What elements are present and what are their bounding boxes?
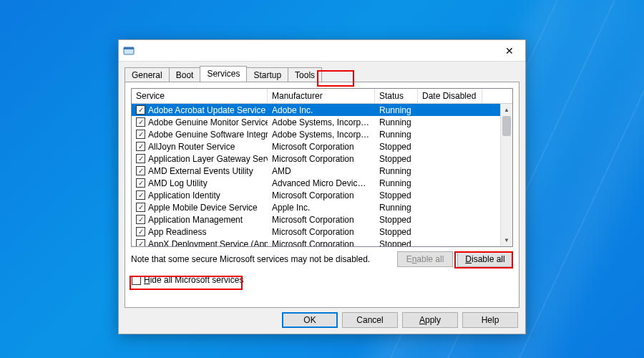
tab-tools[interactable]: Tools	[288, 67, 322, 82]
row-checkbox[interactable]: ✓	[136, 142, 145, 151]
row-checkbox[interactable]: ✓	[136, 227, 145, 236]
row-checkbox[interactable]: ✓	[136, 105, 145, 115]
status: Stopped	[375, 239, 418, 247]
service-name: Adobe Acrobat Update Service	[148, 105, 265, 115]
tab-general[interactable]: General	[125, 67, 170, 82]
status: Stopped	[375, 142, 418, 152]
manufacturer: Adobe Systems, Incorpora...	[268, 130, 375, 140]
app-icon	[123, 45, 135, 57]
tab-services[interactable]: Services	[200, 66, 247, 82]
table-row[interactable]: ✓Application Layer Gateway ServiceMicros…	[132, 153, 512, 165]
row-checkbox[interactable]: ✓	[136, 215, 145, 224]
manufacturer: Advanced Micro Devices, I...	[268, 178, 375, 188]
scrollbar[interactable]: ▲ ▼	[500, 104, 512, 246]
table-row[interactable]: ✓Application IdentityMicrosoft Corporati…	[132, 189, 512, 201]
manufacturer: Microsoft Corporation	[268, 227, 375, 237]
status: Running	[375, 178, 418, 188]
table-row[interactable]: ✓AMD Log UtilityAdvanced Micro Devices, …	[132, 177, 512, 189]
col-date-disabled[interactable]: Date Disabled	[418, 89, 482, 103]
manufacturer: Microsoft Corporation	[268, 142, 375, 152]
note-text: Note that some secure Microsoft services…	[131, 254, 370, 264]
manufacturer: Microsoft Corporation	[268, 154, 375, 164]
row-checkbox[interactable]: ✓	[136, 117, 145, 127]
service-name: Application Identity	[148, 190, 220, 200]
hide-microsoft-label: Hide all Microsoft services	[144, 275, 243, 285]
disable-all-button[interactable]: Disable all	[457, 251, 513, 267]
table-row[interactable]: ✓Adobe Genuine Monitor ServiceAdobe Syst…	[132, 116, 512, 128]
service-name: AllJoyn Router Service	[148, 142, 235, 152]
table-row[interactable]: ✓AllJoyn Router ServiceMicrosoft Corpora…	[132, 140, 512, 153]
status: Running	[375, 105, 418, 115]
service-name: Application Layer Gateway Service	[148, 154, 268, 164]
row-checkbox[interactable]: ✓	[136, 178, 145, 188]
list-rows: ✓Adobe Acrobat Update ServiceAdobe Inc.R…	[132, 104, 512, 246]
titlebar: ✕	[119, 40, 525, 62]
service-name: Application Management	[148, 215, 243, 225]
enable-all-button[interactable]: Enable all	[397, 251, 453, 267]
service-name: AMD External Events Utility	[148, 166, 253, 176]
status: Stopped	[375, 190, 418, 200]
apply-button[interactable]: Apply	[402, 312, 458, 328]
tab-startup[interactable]: Startup	[246, 67, 288, 82]
service-name: Adobe Genuine Monitor Service	[148, 117, 268, 127]
scroll-up-icon[interactable]: ▲	[501, 104, 512, 116]
service-name: AppX Deployment Service (AppX...	[148, 239, 268, 247]
dialog-buttons: OK Cancel Apply Help	[119, 312, 525, 334]
table-row[interactable]: ✓Apple Mobile Device ServiceApple Inc.Ru…	[132, 201, 512, 213]
service-name: Apple Mobile Device Service	[148, 203, 258, 213]
table-row[interactable]: ✓Adobe Acrobat Update ServiceAdobe Inc.R…	[132, 104, 512, 116]
table-row[interactable]: ✓Adobe Genuine Software Integri...Adobe …	[132, 128, 512, 140]
service-name: App Readiness	[148, 227, 206, 237]
msconfig-window: ✕ General Boot Services Startup Tools Se…	[118, 39, 526, 334]
manufacturer: Apple Inc.	[268, 203, 375, 213]
services-panel: Service Manufacturer Status Date Disable…	[125, 82, 519, 308]
cancel-button[interactable]: Cancel	[342, 312, 398, 328]
row-checkbox[interactable]: ✓	[136, 166, 145, 175]
table-row[interactable]: ✓AMD External Events UtilityAMDRunning	[132, 165, 512, 177]
table-row[interactable]: ✓AppX Deployment Service (AppX...Microso…	[132, 238, 512, 246]
close-button[interactable]: ✕	[499, 42, 519, 59]
scroll-thumb[interactable]	[502, 116, 511, 136]
manufacturer: Microsoft Corporation	[268, 239, 375, 247]
status: Running	[375, 203, 418, 213]
row-checkbox[interactable]: ✓	[136, 239, 145, 246]
status: Stopped	[375, 227, 418, 237]
row-checkbox[interactable]: ✓	[136, 130, 145, 139]
status: Stopped	[375, 154, 418, 164]
table-row[interactable]: ✓Application ManagementMicrosoft Corpora…	[132, 213, 512, 226]
table-row[interactable]: ✓App ReadinessMicrosoft CorporationStopp…	[132, 226, 512, 238]
scroll-down-icon[interactable]: ▼	[501, 234, 512, 246]
status: Running	[375, 117, 418, 127]
col-manufacturer[interactable]: Manufacturer	[268, 89, 375, 103]
services-list[interactable]: Service Manufacturer Status Date Disable…	[131, 88, 513, 247]
service-name: Adobe Genuine Software Integri...	[148, 130, 268, 140]
hide-microsoft-checkbox[interactable]: Hide all Microsoft services	[131, 274, 246, 286]
row-checkbox[interactable]: ✓	[136, 203, 145, 212]
row-checkbox[interactable]: ✓	[136, 190, 145, 200]
manufacturer: Adobe Inc.	[268, 105, 375, 115]
status: Stopped	[375, 215, 418, 225]
status: Running	[375, 166, 418, 176]
status: Running	[375, 130, 418, 140]
ok-button[interactable]: OK	[282, 312, 338, 328]
help-button[interactable]: Help	[462, 312, 518, 328]
col-service[interactable]: Service	[132, 89, 268, 103]
manufacturer: AMD	[268, 166, 375, 176]
tab-boot[interactable]: Boot	[169, 67, 201, 82]
manufacturer: Microsoft Corporation	[268, 215, 375, 225]
svg-rect-1	[124, 47, 134, 49]
manufacturer: Microsoft Corporation	[268, 190, 375, 200]
row-checkbox[interactable]: ✓	[136, 154, 145, 163]
list-header: Service Manufacturer Status Date Disable…	[132, 89, 512, 104]
col-status[interactable]: Status	[375, 89, 418, 103]
manufacturer: Adobe Systems, Incorpora...	[268, 117, 375, 127]
service-name: AMD Log Utility	[148, 178, 208, 188]
checkbox-icon	[132, 276, 141, 285]
tab-strip: General Boot Services Startup Tools	[119, 62, 525, 82]
